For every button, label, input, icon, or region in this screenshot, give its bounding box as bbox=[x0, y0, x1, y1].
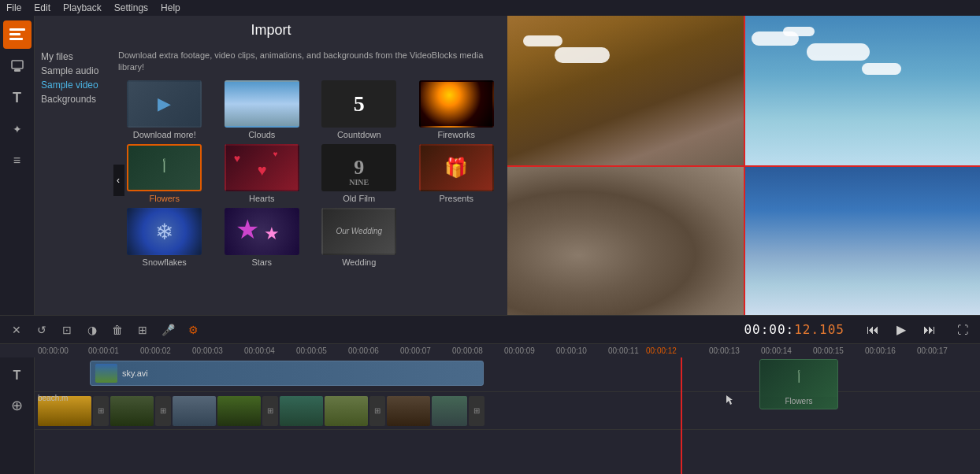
fullscreen-button[interactable]: ⛶ bbox=[952, 319, 974, 341]
timeline-toolbar: ✕ ↺ ⊡ ◑ 🗑 ⊞ 🎤 ⚙ 00:00:12.105 ⏮ ▶ ⏭ ⛶ bbox=[0, 315, 980, 343]
tl-close-btn[interactable]: ✕ bbox=[6, 320, 27, 340]
clip-button[interactable] bbox=[3, 52, 32, 80]
left-arrow[interactable]: ‹ bbox=[113, 165, 124, 196]
tl-overlay-btn[interactable]: ⊞ bbox=[132, 320, 153, 340]
import-inner: My files Sample audio Sample video Backg… bbox=[35, 45, 507, 315]
thumb-fireworks-label: Fireworks bbox=[437, 130, 475, 139]
thumbnail-grid-row3: ❄ Snowflakes ★ ★ Stars Our Wedding bbox=[118, 208, 503, 267]
nav-myfiles[interactable]: My files bbox=[41, 51, 107, 62]
transport-forward[interactable]: ⏭ bbox=[919, 319, 941, 341]
tl-add-btn[interactable]: ⊕ bbox=[6, 394, 29, 417]
beach-clip-7[interactable] bbox=[387, 396, 430, 426]
menu-bar: File Edit Playback Settings Help bbox=[0, 0, 980, 16]
time-static: 00:00: bbox=[744, 322, 794, 337]
svg-rect-2 bbox=[9, 38, 23, 40]
beach-clip-8[interactable] bbox=[432, 396, 467, 426]
thumb-presents-label: Presents bbox=[440, 194, 473, 203]
cloud-4 bbox=[862, 63, 901, 75]
ruler-tick-6: 00:00:06 bbox=[348, 346, 379, 355]
menu-settings[interactable]: Settings bbox=[114, 2, 148, 13]
thumb-countdown[interactable]: 5 Countdown bbox=[313, 80, 406, 139]
clip-thumb-sky bbox=[95, 364, 117, 383]
ruler-tick-10: 00:00:10 bbox=[556, 346, 587, 355]
import-content: ‹ Download extra footage, video clips, a… bbox=[113, 45, 507, 315]
thumb-presents[interactable]: 🎁 Presents bbox=[410, 144, 503, 203]
nav-samplevideo[interactable]: Sample video bbox=[41, 80, 107, 91]
main-layout: T ✦ ≡ Import My files Sample audio Sampl… bbox=[0, 16, 980, 315]
time-orange: 12.105 bbox=[794, 322, 845, 337]
beach-clips-container: beach.m ⊞ ⊞ ⊞ ⊞ ⊞ bbox=[35, 393, 488, 429]
thumb-stars[interactable]: ★ ★ Stars bbox=[216, 208, 309, 267]
timeline-tracks: sky.avi أ Flowers beach.m ⊞ ⊞ bbox=[35, 357, 980, 474]
ruler-tick-12: 00:00:12 bbox=[646, 346, 677, 355]
menu-help[interactable]: Help bbox=[161, 2, 180, 13]
menu-edit[interactable]: Edit bbox=[34, 2, 50, 13]
clip-sky-label: sky.avi bbox=[122, 368, 148, 378]
thumb-snowflakes-label: Snowflakes bbox=[143, 257, 187, 267]
oldfilm-text: NINE bbox=[349, 178, 369, 187]
import-description: Download extra footage, video clips, ani… bbox=[118, 50, 503, 74]
preview-area bbox=[507, 16, 980, 315]
tl-settings-btn[interactable]: ⚙ bbox=[183, 320, 203, 340]
tl-crop-btn[interactable]: ⊡ bbox=[57, 320, 77, 340]
ruler-tick-5: 00:00:05 bbox=[296, 346, 327, 355]
nav-sampleaudio[interactable]: Sample audio bbox=[41, 65, 107, 76]
thumb-fireworks[interactable]: Fireworks bbox=[410, 80, 503, 139]
ruler-tick-9: 00:00:09 bbox=[504, 346, 535, 355]
thumb-flowers-label: Flowers bbox=[149, 194, 180, 203]
nav-backgrounds[interactable]: Backgrounds bbox=[41, 94, 107, 105]
time-display: 00:00:12.105 bbox=[744, 322, 845, 337]
beach-clip-5[interactable] bbox=[280, 396, 323, 426]
beach-clip-3[interactable] bbox=[173, 396, 216, 426]
fx-button[interactable]: ✦ bbox=[3, 115, 32, 143]
menu-file[interactable]: File bbox=[6, 2, 21, 13]
clip-sky[interactable]: sky.avi bbox=[90, 361, 484, 386]
tl-delete-btn[interactable]: 🗑 bbox=[107, 320, 128, 340]
ruler-tick-15: 00:00:15 bbox=[813, 346, 844, 355]
heart-icon-2: ♥ bbox=[258, 161, 267, 180]
transport-controls: ⏮ ▶ ⏭ bbox=[862, 319, 941, 341]
beach-clip-label: beach.m bbox=[38, 394, 68, 402]
ruler-tick-2: 00:00:02 bbox=[140, 346, 171, 355]
text-button[interactable]: T bbox=[3, 83, 32, 112]
timeline-left-panel: T ⊕ bbox=[0, 357, 35, 474]
sidebar: T ✦ ≡ bbox=[0, 16, 35, 315]
flowers-thumb: أ bbox=[760, 360, 837, 397]
heart-icon-1: ♥ bbox=[234, 152, 240, 165]
beach-clip-icon-3: ⊞ bbox=[262, 396, 278, 426]
timeline-ruler: 00:00:00 00:00:01 00:00:02 00:00:03 00:0… bbox=[0, 343, 980, 357]
import-nav: My files Sample audio Sample video Backg… bbox=[35, 45, 113, 315]
svg-rect-1 bbox=[9, 33, 20, 35]
import-button[interactable] bbox=[3, 20, 32, 49]
thumb-hearts[interactable]: ♥ ♥ ♥ Hearts bbox=[216, 144, 309, 203]
thumb-flowers[interactable]: أ Flowers bbox=[118, 144, 211, 203]
preview-sky-top bbox=[744, 16, 980, 165]
thumb-snowflakes[interactable]: ❄ Snowflakes bbox=[118, 208, 211, 267]
tl-audio-btn[interactable]: 🎤 bbox=[158, 320, 178, 340]
ruler-tick-8: 00:00:08 bbox=[452, 346, 483, 355]
tl-text-btn[interactable]: T bbox=[6, 364, 29, 387]
beach-clip-2[interactable] bbox=[110, 396, 154, 426]
thumb-oldfilm[interactable]: 9 NINE Old Film bbox=[313, 144, 406, 203]
menu-button[interactable]: ≡ bbox=[3, 146, 32, 175]
beach-clip-6[interactable] bbox=[325, 396, 368, 426]
tl-undo-btn[interactable]: ↺ bbox=[32, 320, 52, 340]
thumb-clouds[interactable]: Clouds bbox=[216, 80, 309, 139]
beach-clip-icon-2: ⊞ bbox=[155, 396, 171, 426]
thumb-hearts-label: Hearts bbox=[249, 194, 274, 203]
ruler-tick-3: 00:00:03 bbox=[192, 346, 223, 355]
menu-playback[interactable]: Playback bbox=[63, 2, 102, 13]
ruler-tick-7: 00:00:07 bbox=[400, 346, 431, 355]
tl-color-btn[interactable]: ◑ bbox=[82, 320, 102, 340]
import-header: Import bbox=[35, 16, 507, 45]
video-track-row: sky.avi أ Flowers bbox=[35, 357, 980, 392]
beach-clip-4[interactable] bbox=[217, 396, 261, 426]
ruler-tick-17: 00:00:17 bbox=[917, 346, 948, 355]
snowflake-icon: ❄ bbox=[155, 218, 173, 244]
transport-play[interactable]: ▶ bbox=[890, 319, 912, 341]
countdown-number: 5 bbox=[354, 91, 365, 117]
thumb-download[interactable]: ▶ Download more! bbox=[118, 80, 211, 139]
thumb-wedding[interactable]: Our Wedding Wedding bbox=[313, 208, 406, 267]
presents-icon: 🎁 bbox=[444, 157, 468, 179]
transport-rewind[interactable]: ⏮ bbox=[862, 319, 884, 341]
